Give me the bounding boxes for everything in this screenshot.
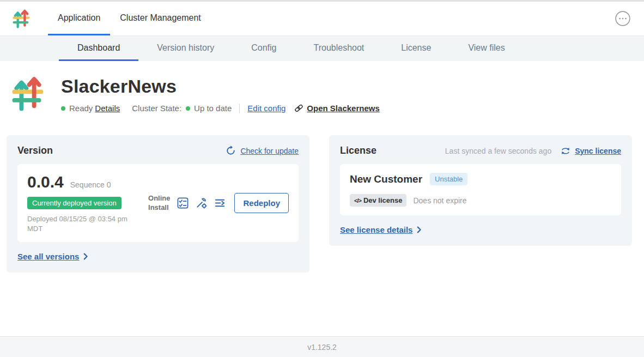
tab-license[interactable]: License bbox=[382, 36, 449, 61]
slackernews-logo-icon bbox=[11, 74, 45, 112]
version-actions: Online Install bbox=[148, 193, 289, 213]
slackernews-logo-icon bbox=[12, 8, 31, 29]
sequence-label: Sequence 0 bbox=[70, 180, 111, 189]
license-card-header: License Last synced a few seconds ago Sy… bbox=[340, 145, 621, 156]
refresh-icon bbox=[226, 146, 236, 156]
tab-troubleshoot-label: Troubleshoot bbox=[313, 43, 364, 53]
chevron-right-icon bbox=[83, 253, 88, 260]
tab-cluster-management-label: Cluster Management bbox=[120, 13, 201, 23]
see-all-versions-label: See all versions bbox=[17, 252, 79, 261]
tab-dashboard[interactable]: Dashboard bbox=[59, 36, 138, 61]
version-card-header: Version Check for update bbox=[17, 145, 299, 156]
cluster-state-dot bbox=[186, 106, 190, 111]
open-app-link-label: Open Slackernews bbox=[307, 104, 379, 113]
app-footer: v1.125.2 bbox=[0, 336, 644, 357]
install-type-line2: Install bbox=[148, 203, 170, 213]
see-all-versions-link[interactable]: See all versions bbox=[17, 252, 88, 261]
overflow-menu-button[interactable] bbox=[615, 10, 631, 27]
link-icon bbox=[294, 104, 303, 113]
license-panel: New Customer Unstable </> Dev license Do… bbox=[340, 164, 621, 215]
wrench-gear-icon bbox=[196, 197, 207, 209]
preflight-checks-button[interactable] bbox=[177, 197, 189, 209]
page-title: SlackerNews bbox=[61, 76, 380, 97]
chevron-right-icon bbox=[417, 226, 422, 233]
sync-license-link[interactable]: Sync license bbox=[561, 146, 621, 156]
details-link[interactable]: Details bbox=[95, 104, 120, 113]
ellipsis-icon bbox=[615, 10, 631, 27]
tab-view-files[interactable]: View files bbox=[449, 36, 523, 61]
version-number: 0.0.4 bbox=[27, 173, 64, 191]
dashboard-cards: Version Check for update 0.0.4 Se bbox=[0, 135, 644, 273]
see-license-details-link[interactable]: See license details bbox=[340, 225, 422, 234]
tab-cluster-management[interactable]: Cluster Management bbox=[110, 2, 211, 35]
divider bbox=[239, 104, 240, 113]
license-type-badge: </> Dev license bbox=[350, 194, 406, 207]
console-version: v1.125.2 bbox=[307, 343, 337, 352]
cluster-state-label: Cluster State: bbox=[132, 104, 181, 113]
cluster-state-value: Up to date bbox=[194, 104, 232, 113]
current-version-info: 0.0.4 Sequence 0 Currently deployed vers… bbox=[27, 173, 148, 233]
app-status-text: Ready bbox=[69, 104, 93, 113]
app-header: SlackerNews Ready Details Cluster State:… bbox=[0, 61, 644, 114]
main-content: SlackerNews Ready Details Cluster State:… bbox=[0, 61, 644, 273]
last-synced-text: Last synced a few seconds ago bbox=[445, 147, 551, 155]
customer-name: New Customer bbox=[350, 173, 422, 185]
top-navbar: Application Cluster Management bbox=[0, 2, 644, 36]
redeploy-button[interactable]: Redeploy bbox=[234, 193, 289, 213]
deployed-status-badge: Currently deployed version bbox=[27, 197, 121, 209]
channel-badge: Unstable bbox=[430, 173, 467, 185]
app-header-text: SlackerNews Ready Details Cluster State:… bbox=[61, 76, 380, 113]
license-expiry: Does not expire bbox=[413, 196, 466, 205]
tab-config-label: Config bbox=[251, 43, 276, 53]
install-type-label: Online Install bbox=[148, 194, 170, 213]
check-for-update-label: Check for update bbox=[240, 147, 299, 155]
check-for-update-link[interactable]: Check for update bbox=[226, 146, 299, 156]
version-card: Version Check for update 0.0.4 Se bbox=[7, 135, 309, 273]
license-type-label: Dev license bbox=[363, 196, 403, 204]
tab-config[interactable]: Config bbox=[233, 36, 295, 61]
open-app-link[interactable]: Open Slackernews bbox=[294, 104, 379, 113]
checklist-icon bbox=[177, 197, 189, 209]
install-type-line1: Online bbox=[148, 194, 170, 203]
tab-version-history-label: Version history bbox=[157, 43, 214, 53]
license-card: License Last synced a few seconds ago Sy… bbox=[329, 135, 632, 246]
code-icon: </> bbox=[354, 197, 361, 204]
app-status-dot bbox=[61, 106, 65, 111]
see-license-details-label: See license details bbox=[340, 225, 412, 234]
license-card-title: License bbox=[340, 145, 376, 156]
tab-application-label: Application bbox=[58, 13, 100, 23]
tab-license-label: License bbox=[401, 43, 431, 53]
tab-application[interactable]: Application bbox=[48, 2, 110, 35]
view-logs-button[interactable] bbox=[214, 197, 226, 209]
sync-license-label: Sync license bbox=[575, 147, 621, 155]
tab-troubleshoot[interactable]: Troubleshoot bbox=[295, 36, 382, 61]
sync-icon bbox=[561, 146, 570, 156]
logs-icon bbox=[214, 197, 226, 209]
tab-view-files-label: View files bbox=[468, 43, 505, 53]
app-subnav: Dashboard Version history Config Trouble… bbox=[0, 36, 644, 61]
app-status-row: Ready Details Cluster State: Up to date … bbox=[61, 104, 380, 113]
current-version-panel: 0.0.4 Sequence 0 Currently deployed vers… bbox=[17, 164, 299, 242]
tab-dashboard-label: Dashboard bbox=[77, 43, 120, 53]
tab-version-history[interactable]: Version history bbox=[138, 36, 233, 61]
app-icon bbox=[11, 74, 45, 114]
edit-config-link[interactable]: Edit config bbox=[247, 104, 285, 113]
edit-config-button[interactable] bbox=[196, 197, 207, 209]
deployed-timestamp: Deployed 08/15/25 @ 03:54 pm MDT bbox=[27, 214, 128, 233]
version-card-title: Version bbox=[17, 145, 53, 156]
app-logo bbox=[12, 2, 31, 35]
